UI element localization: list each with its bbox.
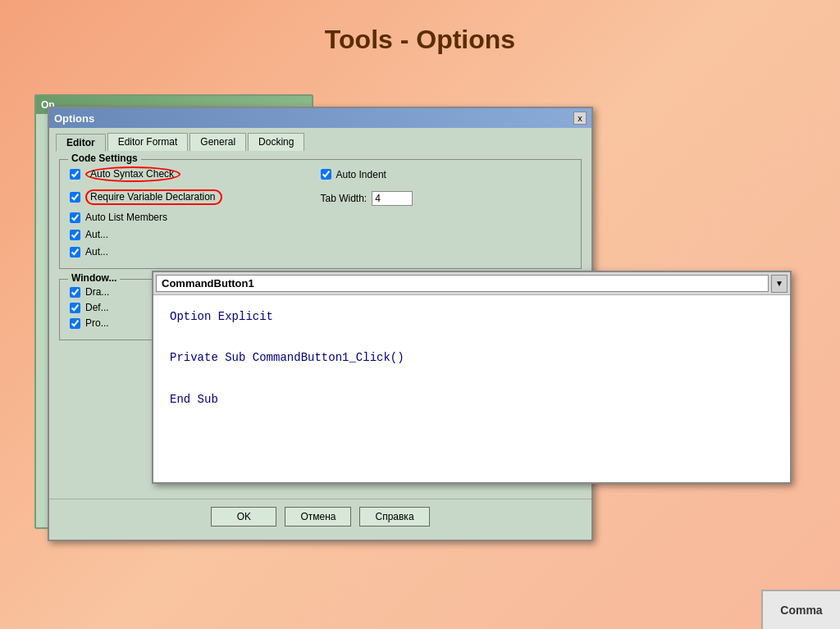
- close-button[interactable]: x: [573, 112, 587, 125]
- tab-width-label: Tab Width:: [321, 193, 368, 204]
- checkbox-def-input[interactable]: [70, 303, 80, 313]
- checkbox-aut1: Aut...: [70, 229, 321, 240]
- options-titlebar: Options x: [49, 108, 591, 128]
- tab-bar: Editor Editor Format General Docking: [49, 128, 591, 151]
- tab-width-group: Tab Width:: [321, 191, 413, 206]
- checkbox-dra-input[interactable]: [70, 287, 80, 298]
- checkbox-require-var-input[interactable]: [70, 192, 80, 203]
- def-label: Def...: [85, 302, 109, 313]
- aut2-label: Aut...: [85, 246, 108, 258]
- checkbox-auto-syntax-input[interactable]: [70, 169, 80, 180]
- cancel-button[interactable]: Отмена: [285, 507, 351, 526]
- checkbox-auto-indent: Auto Indent: [321, 166, 572, 182]
- tab-editor-format[interactable]: Editor Format: [107, 133, 189, 151]
- pro-label: Pro...: [85, 317, 109, 329]
- dra-label: Dra...: [85, 286, 109, 298]
- code-editor-combo[interactable]: CommandButton1: [156, 275, 769, 292]
- checkbox-auto-list: Auto List Members: [70, 212, 321, 223]
- aut1-label: Aut...: [85, 229, 108, 240]
- auto-syntax-label: Auto Syntax Check: [85, 166, 180, 182]
- code-area[interactable]: Option Explicit Private Sub CommandButto…: [153, 295, 790, 477]
- tab-general[interactable]: General: [189, 133, 246, 151]
- auto-list-label: Auto List Members: [85, 212, 167, 223]
- code-line-2: [170, 327, 774, 348]
- comma-button[interactable]: Comma: [761, 590, 840, 629]
- options-dialog-title: Options: [54, 112, 94, 125]
- code-editor: CommandButton1 ▼ Option Explicit Private…: [152, 271, 792, 484]
- checkbox-aut2-input[interactable]: [70, 247, 80, 258]
- require-var-label: Require Variable Declaration: [85, 189, 222, 205]
- help-button[interactable]: Справка: [359, 507, 429, 526]
- code-line-5: End Sub: [170, 390, 774, 410]
- code-line-4: [170, 369, 774, 390]
- window-settings-title: Window...: [68, 272, 120, 284]
- checkbox-auto-list-input[interactable]: [70, 212, 80, 223]
- code-settings-group: Code Settings Auto Syntax Check Auto Ind…: [59, 159, 582, 269]
- ok-button[interactable]: OK: [211, 507, 276, 526]
- checkbox-empty-col2-row2: Tab Width:: [321, 188, 572, 206]
- code-editor-dropdown-btn[interactable]: ▼: [771, 275, 788, 293]
- code-settings-title: Code Settings: [68, 153, 141, 164]
- checkboxes-grid: Auto Syntax Check Auto Indent Require Va…: [70, 166, 571, 262]
- checkbox-auto-indent-input[interactable]: [321, 169, 331, 180]
- code-line-1: Option Explicit: [170, 307, 774, 327]
- page-title: Tools - Options: [0, 0, 840, 70]
- checkbox-aut1-input[interactable]: [70, 230, 80, 240]
- auto-indent-label: Auto Indent: [336, 169, 386, 180]
- code-editor-header: CommandButton1 ▼: [153, 272, 790, 295]
- checkbox-auto-syntax: Auto Syntax Check: [70, 166, 321, 182]
- tab-width-input[interactable]: [372, 191, 413, 206]
- checkbox-require-var: Require Variable Declaration: [70, 188, 321, 206]
- code-line-3: Private Sub CommandButton1_Click(): [170, 348, 774, 368]
- checkbox-pro-input[interactable]: [70, 318, 80, 329]
- dialog-buttons: OK Отмена Справка: [49, 499, 591, 540]
- tab-docking[interactable]: Docking: [248, 133, 304, 151]
- tab-editor[interactable]: Editor: [56, 134, 106, 152]
- checkbox-aut2: Aut...: [70, 246, 321, 258]
